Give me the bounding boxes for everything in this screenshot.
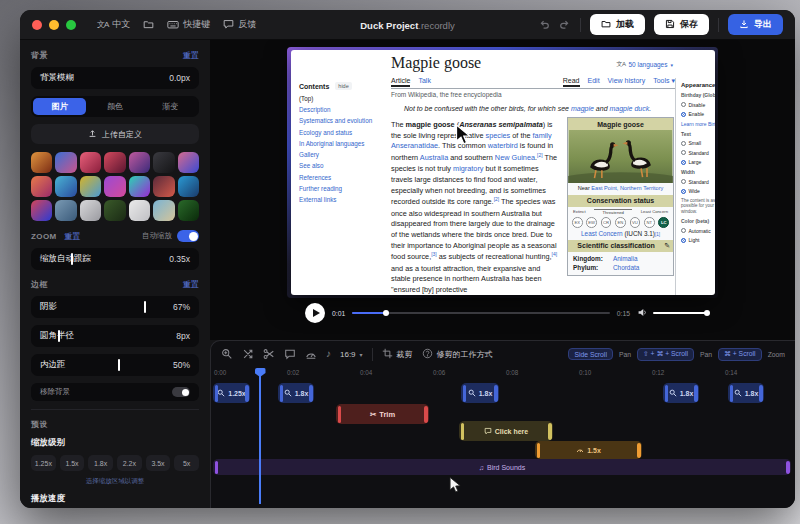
audio-track-clip[interactable]: ♫ Bird Sounds bbox=[213, 459, 791, 475]
appearance-radio-option[interactable]: Standard bbox=[681, 179, 715, 185]
wallpaper-thumb[interactable] bbox=[55, 176, 76, 197]
load-button[interactable]: 加载 bbox=[590, 14, 645, 35]
zoom-level-option[interactable]: 1.5x bbox=[60, 455, 85, 471]
zoom-clip[interactable]: 1.8x bbox=[728, 383, 764, 403]
contents-link[interactable]: See also bbox=[299, 162, 385, 169]
remove-background-toggle[interactable] bbox=[172, 387, 190, 397]
wiki-link[interactable]: migratory bbox=[453, 164, 483, 173]
volume-handle[interactable] bbox=[704, 310, 710, 316]
wiki-link[interactable]: species bbox=[486, 131, 511, 140]
appearance-link[interactable]: Learn more Birthday bbox=[681, 121, 715, 127]
wiki-tab-view-history[interactable]: View history bbox=[608, 77, 646, 85]
feedback-button[interactable]: 反馈 bbox=[223, 18, 256, 31]
zoom-level-option[interactable]: 1.25x bbox=[31, 455, 56, 471]
background-tab-0[interactable]: 图片 bbox=[33, 98, 86, 115]
zoom-clip[interactable]: 1.25x bbox=[213, 383, 250, 403]
slider-thumb[interactable] bbox=[58, 330, 60, 342]
wallpaper-thumb[interactable] bbox=[80, 152, 101, 173]
zoom-clip[interactable]: 1.8x bbox=[278, 383, 314, 403]
zoom-clip[interactable]: 1.8x bbox=[461, 383, 499, 403]
taxonomy-value-link[interactable]: Animalia bbox=[613, 255, 668, 262]
caption-link[interactable]: East Point, Northern Territory bbox=[591, 185, 663, 191]
upload-background-button[interactable]: 上传自定义 bbox=[31, 124, 199, 144]
wiki-tab-tools[interactable]: Tools ▾ bbox=[653, 77, 675, 85]
edit-pencil-icon[interactable]: ✎ bbox=[664, 242, 670, 250]
zoom-level-option[interactable]: 2.2x bbox=[117, 455, 142, 471]
wallpaper-thumb[interactable] bbox=[80, 200, 101, 221]
zoom-level-option[interactable]: 3.5x bbox=[146, 455, 171, 471]
background-tab-2[interactable]: 渐变 bbox=[144, 98, 197, 115]
wallpaper-thumb[interactable] bbox=[31, 200, 52, 221]
status-link[interactable]: Least Concern bbox=[581, 230, 623, 237]
appearance-radio-option[interactable]: Wide bbox=[681, 188, 715, 194]
gauge-tool-icon[interactable] bbox=[305, 348, 317, 360]
appearance-radio-option[interactable]: Automatic bbox=[681, 228, 715, 234]
wallpaper-thumb[interactable] bbox=[129, 176, 150, 197]
wallpaper-thumb[interactable] bbox=[129, 152, 150, 173]
taxonomy-value-link[interactable]: Chordata bbox=[613, 264, 668, 271]
appearance-radio-option[interactable]: Large bbox=[681, 159, 715, 165]
wiki-link[interactable]: magpie bbox=[571, 105, 594, 112]
close-window-button[interactable] bbox=[32, 20, 42, 30]
music-tool-icon[interactable]: ♪ bbox=[326, 349, 331, 359]
cut-tool-icon[interactable] bbox=[263, 348, 275, 360]
volume-slider[interactable] bbox=[653, 312, 709, 315]
redo-button[interactable] bbox=[559, 19, 571, 31]
timeline-ruler[interactable]: 0:000:020:040:060:080:100:120:14 bbox=[211, 368, 795, 380]
seek-bar[interactable] bbox=[352, 312, 610, 315]
wiki-link[interactable]: waterbird bbox=[488, 141, 518, 150]
wallpaper-thumb[interactable] bbox=[178, 176, 199, 197]
contents-link[interactable]: In Aboriginal languages bbox=[299, 140, 385, 147]
slider-thumb[interactable] bbox=[118, 359, 120, 371]
contents-link[interactable]: (Top) bbox=[299, 95, 385, 102]
click-annotation-clip[interactable]: Click here bbox=[459, 421, 553, 441]
wallpaper-thumb[interactable] bbox=[104, 200, 125, 221]
wallpaper-thumb[interactable] bbox=[55, 152, 76, 173]
zoom-level-option[interactable]: 1.8x bbox=[88, 455, 113, 471]
wallpaper-thumb[interactable] bbox=[178, 152, 199, 173]
zoom-tool-icon[interactable] bbox=[221, 348, 233, 360]
wallpaper-thumb[interactable] bbox=[129, 200, 150, 221]
wiki-citation[interactable]: [2] bbox=[494, 196, 500, 202]
wiki-citation[interactable]: [2] bbox=[537, 152, 543, 158]
zoom-reset-button[interactable]: 重置 bbox=[65, 231, 81, 242]
appearance-radio-option[interactable]: Small bbox=[681, 140, 715, 146]
crop-button[interactable]: 裁剪 bbox=[382, 348, 413, 361]
slider-内边距[interactable]: 内边距50% bbox=[31, 354, 199, 376]
contents-link[interactable]: Ecology and status bbox=[299, 129, 385, 136]
contents-link[interactable]: Further reading bbox=[299, 185, 385, 192]
trim-clip[interactable]: ✂ Trim bbox=[336, 404, 429, 424]
wiki-link[interactable]: Australia bbox=[420, 154, 448, 163]
language-menu[interactable]: 文A 中文 bbox=[97, 18, 130, 31]
zoom-clip[interactable]: 1.8x bbox=[663, 383, 699, 403]
wallpaper-thumb[interactable] bbox=[31, 152, 52, 173]
wallpaper-thumb[interactable] bbox=[80, 176, 101, 197]
slider-圆角半径[interactable]: 圆角半径8px bbox=[31, 325, 199, 347]
speed-tool-icon[interactable] bbox=[242, 348, 254, 360]
seek-handle[interactable] bbox=[383, 310, 389, 316]
speed-clip[interactable]: 1.5x bbox=[535, 441, 642, 459]
contents-link[interactable]: Systematics and evolution bbox=[299, 117, 385, 124]
appearance-radio-option[interactable]: Disable bbox=[681, 102, 715, 108]
shortcuts-button[interactable]: 快捷键 bbox=[167, 18, 210, 31]
play-button[interactable] bbox=[305, 303, 325, 323]
wallpaper-thumb[interactable] bbox=[153, 176, 174, 197]
wallpaper-thumb[interactable] bbox=[104, 176, 125, 197]
wiki-languages-button[interactable]: 文A 50 languages▾ bbox=[616, 60, 673, 69]
save-button[interactable]: 保存 bbox=[654, 14, 709, 35]
zoom-level-option[interactable]: 5x bbox=[174, 455, 199, 471]
appearance-radio-option[interactable]: Enable bbox=[681, 111, 715, 117]
wallpaper-thumb[interactable] bbox=[55, 200, 76, 221]
contents-link[interactable]: References bbox=[299, 174, 385, 181]
wiki-citation[interactable]: [4] bbox=[552, 251, 558, 257]
wiki-tab-read[interactable]: Read bbox=[563, 77, 580, 85]
maximize-window-button[interactable] bbox=[66, 20, 76, 30]
wiki-citation[interactable]: [3] bbox=[431, 251, 437, 257]
undo-button[interactable] bbox=[538, 19, 550, 31]
wallpaper-thumb[interactable] bbox=[31, 176, 52, 197]
project-folder-button[interactable] bbox=[143, 19, 154, 30]
border-reset-button[interactable]: 重置 bbox=[183, 279, 199, 290]
wiki-tab-edit[interactable]: Edit bbox=[588, 77, 600, 85]
slider-thumb[interactable] bbox=[144, 301, 146, 313]
background-blur-slider[interactable]: 背景模糊 0.0px bbox=[31, 67, 199, 89]
